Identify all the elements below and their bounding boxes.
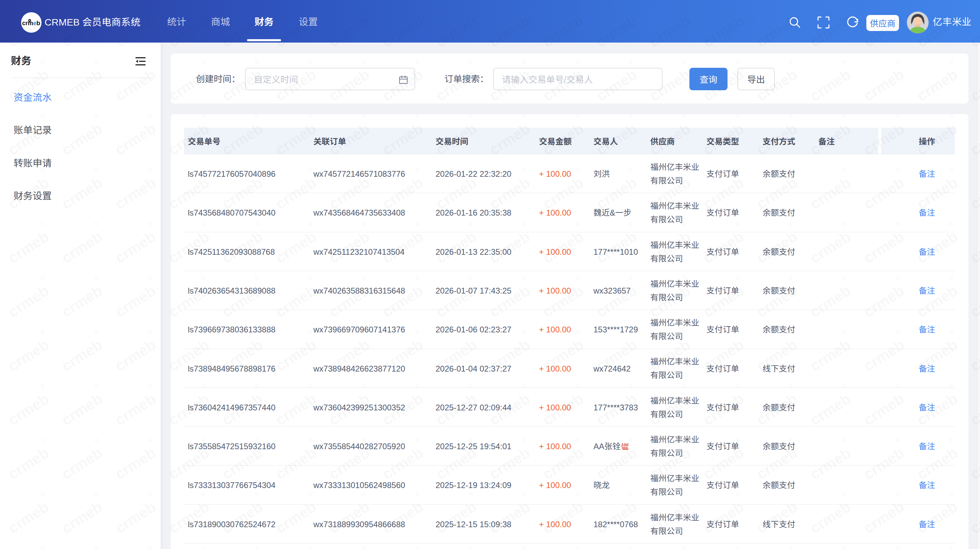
svg-text:crmeb: crmeb (22, 20, 40, 27)
svg-text:100: 100 (621, 441, 628, 448)
